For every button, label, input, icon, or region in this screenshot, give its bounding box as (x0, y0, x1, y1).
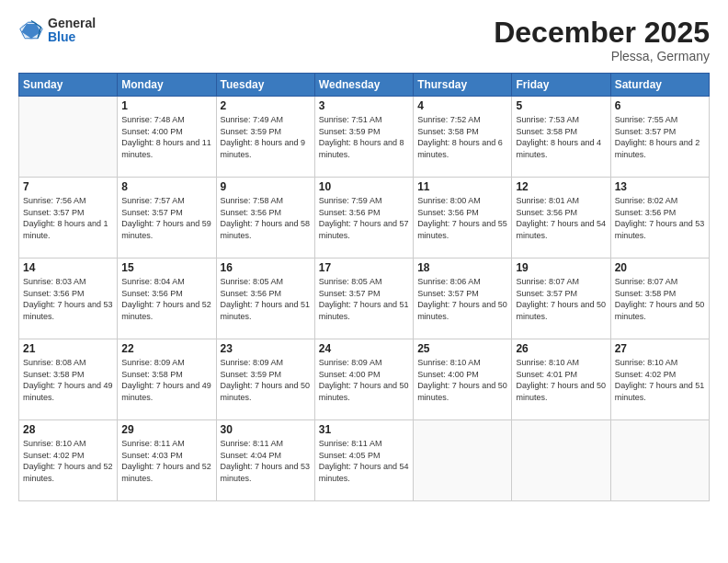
day-info: Sunrise: 7:53 AMSunset: 3:58 PMDaylight:… (516, 114, 606, 160)
day-number: 12 (516, 180, 606, 193)
calendar-header-thursday: Thursday (414, 74, 512, 97)
calendar-cell: 15Sunrise: 8:04 AMSunset: 3:56 PMDayligh… (118, 259, 216, 339)
day-number: 11 (417, 180, 507, 193)
calendar-cell: 1Sunrise: 7:48 AMSunset: 4:00 PMDaylight… (118, 97, 216, 178)
calendar-cell: 21Sunrise: 8:08 AMSunset: 3:58 PMDayligh… (19, 339, 118, 420)
calendar-header-sunday: Sunday (19, 74, 118, 97)
day-info: Sunrise: 8:10 AMSunset: 4:00 PMDaylight:… (417, 357, 507, 403)
location: Plessa, Germany (494, 49, 710, 63)
day-number: 24 (319, 342, 409, 355)
day-number: 18 (417, 261, 507, 274)
calendar-cell: 28Sunrise: 8:10 AMSunset: 4:02 PMDayligh… (19, 420, 118, 501)
day-number: 8 (121, 180, 211, 193)
day-info: Sunrise: 8:00 AMSunset: 3:56 PMDaylight:… (417, 195, 507, 241)
logo-icon (18, 17, 44, 43)
day-number: 21 (23, 342, 113, 355)
calendar-week-4: 21Sunrise: 8:08 AMSunset: 3:58 PMDayligh… (19, 339, 710, 420)
header: General Blue December 2025 Plessa, Germa… (18, 17, 710, 63)
day-number: 23 (221, 342, 311, 355)
calendar-cell: 5Sunrise: 7:53 AMSunset: 3:58 PMDaylight… (512, 97, 610, 178)
day-number: 7 (23, 180, 113, 193)
day-info: Sunrise: 7:59 AMSunset: 3:56 PMDaylight:… (319, 195, 409, 241)
calendar-cell: 18Sunrise: 8:06 AMSunset: 3:57 PMDayligh… (414, 259, 512, 339)
calendar-cell: 25Sunrise: 8:10 AMSunset: 4:00 PMDayligh… (414, 339, 512, 420)
day-number: 6 (615, 99, 705, 112)
day-info: Sunrise: 8:01 AMSunset: 3:56 PMDaylight:… (516, 195, 606, 241)
calendar-header-saturday: Saturday (610, 74, 709, 97)
day-info: Sunrise: 8:11 AMSunset: 4:04 PMDaylight:… (221, 438, 311, 484)
day-number: 9 (221, 180, 311, 193)
day-number: 10 (319, 180, 409, 193)
calendar-cell: 26Sunrise: 8:10 AMSunset: 4:01 PMDayligh… (512, 339, 610, 420)
calendar-cell: 23Sunrise: 8:09 AMSunset: 3:59 PMDayligh… (216, 339, 314, 420)
calendar-week-1: 1Sunrise: 7:48 AMSunset: 4:00 PMDaylight… (19, 97, 710, 178)
calendar-cell: 17Sunrise: 8:05 AMSunset: 3:57 PMDayligh… (314, 259, 413, 339)
day-info: Sunrise: 8:08 AMSunset: 3:58 PMDaylight:… (23, 357, 113, 403)
day-number: 13 (615, 180, 705, 193)
calendar-header-monday: Monday (118, 74, 216, 97)
calendar-cell: 19Sunrise: 8:07 AMSunset: 3:57 PMDayligh… (512, 259, 610, 339)
day-info: Sunrise: 8:09 AMSunset: 4:00 PMDaylight:… (319, 357, 409, 403)
calendar-cell: 14Sunrise: 8:03 AMSunset: 3:56 PMDayligh… (19, 259, 118, 339)
calendar-cell: 16Sunrise: 8:05 AMSunset: 3:56 PMDayligh… (216, 259, 314, 339)
calendar-cell (610, 420, 709, 501)
day-number: 30 (221, 423, 311, 436)
day-number: 4 (417, 99, 507, 112)
day-number: 15 (121, 261, 211, 274)
day-number: 14 (23, 261, 113, 274)
day-info: Sunrise: 7:48 AMSunset: 4:00 PMDaylight:… (121, 114, 211, 160)
calendar-cell: 4Sunrise: 7:52 AMSunset: 3:58 PMDaylight… (414, 97, 512, 178)
calendar-cell: 2Sunrise: 7:49 AMSunset: 3:59 PMDaylight… (216, 97, 314, 178)
day-info: Sunrise: 8:09 AMSunset: 3:58 PMDaylight:… (121, 357, 211, 403)
logo: General Blue (18, 17, 96, 45)
day-info: Sunrise: 8:07 AMSunset: 3:58 PMDaylight:… (615, 276, 705, 322)
calendar-cell: 27Sunrise: 8:10 AMSunset: 4:02 PMDayligh… (610, 339, 709, 420)
day-number: 2 (221, 99, 311, 112)
day-number: 1 (121, 99, 211, 112)
day-info: Sunrise: 8:05 AMSunset: 3:57 PMDaylight:… (319, 276, 409, 322)
logo-general: General (48, 17, 96, 30)
calendar-week-3: 14Sunrise: 8:03 AMSunset: 3:56 PMDayligh… (19, 259, 710, 339)
day-info: Sunrise: 8:11 AMSunset: 4:05 PMDaylight:… (319, 438, 409, 484)
calendar-cell (512, 420, 610, 501)
day-number: 25 (417, 342, 507, 355)
day-info: Sunrise: 8:10 AMSunset: 4:02 PMDaylight:… (615, 357, 705, 403)
day-info: Sunrise: 8:05 AMSunset: 3:56 PMDaylight:… (221, 276, 311, 322)
calendar-cell: 13Sunrise: 8:02 AMSunset: 3:56 PMDayligh… (610, 178, 709, 259)
calendar-header-friday: Friday (512, 74, 610, 97)
day-info: Sunrise: 7:49 AMSunset: 3:59 PMDaylight:… (221, 114, 311, 160)
calendar-header-row: SundayMondayTuesdayWednesdayThursdayFrid… (19, 74, 710, 97)
day-number: 17 (319, 261, 409, 274)
day-info: Sunrise: 7:57 AMSunset: 3:57 PMDaylight:… (121, 195, 211, 241)
page: General Blue December 2025 Plessa, Germa… (0, 0, 728, 563)
calendar-cell: 31Sunrise: 8:11 AMSunset: 4:05 PMDayligh… (314, 420, 413, 501)
calendar-cell: 30Sunrise: 8:11 AMSunset: 4:04 PMDayligh… (216, 420, 314, 501)
day-info: Sunrise: 8:10 AMSunset: 4:01 PMDaylight:… (516, 357, 606, 403)
calendar-week-5: 28Sunrise: 8:10 AMSunset: 4:02 PMDayligh… (19, 420, 710, 501)
day-info: Sunrise: 7:55 AMSunset: 3:57 PMDaylight:… (615, 114, 705, 160)
day-number: 22 (121, 342, 211, 355)
title-block: December 2025 Plessa, Germany (494, 17, 710, 63)
day-info: Sunrise: 7:58 AMSunset: 3:56 PMDaylight:… (221, 195, 311, 241)
logo-text: General Blue (48, 17, 96, 45)
calendar-cell: 8Sunrise: 7:57 AMSunset: 3:57 PMDaylight… (118, 178, 216, 259)
calendar-cell (414, 420, 512, 501)
day-number: 16 (221, 261, 311, 274)
day-number: 27 (615, 342, 705, 355)
day-info: Sunrise: 8:09 AMSunset: 3:59 PMDaylight:… (221, 357, 311, 403)
day-info: Sunrise: 7:56 AMSunset: 3:57 PMDaylight:… (23, 195, 113, 241)
calendar-cell: 22Sunrise: 8:09 AMSunset: 3:58 PMDayligh… (118, 339, 216, 420)
calendar-header-wednesday: Wednesday (314, 74, 413, 97)
calendar-table: SundayMondayTuesdayWednesdayThursdayFrid… (18, 73, 710, 501)
day-number: 19 (516, 261, 606, 274)
month-title: December 2025 (494, 17, 710, 49)
day-number: 5 (516, 99, 606, 112)
calendar-cell: 11Sunrise: 8:00 AMSunset: 3:56 PMDayligh… (414, 178, 512, 259)
day-number: 3 (319, 99, 409, 112)
day-number: 20 (615, 261, 705, 274)
day-info: Sunrise: 8:11 AMSunset: 4:03 PMDaylight:… (121, 438, 211, 484)
day-number: 29 (121, 423, 211, 436)
calendar-cell (19, 97, 118, 178)
day-info: Sunrise: 7:52 AMSunset: 3:58 PMDaylight:… (417, 114, 507, 160)
calendar-cell: 29Sunrise: 8:11 AMSunset: 4:03 PMDayligh… (118, 420, 216, 501)
